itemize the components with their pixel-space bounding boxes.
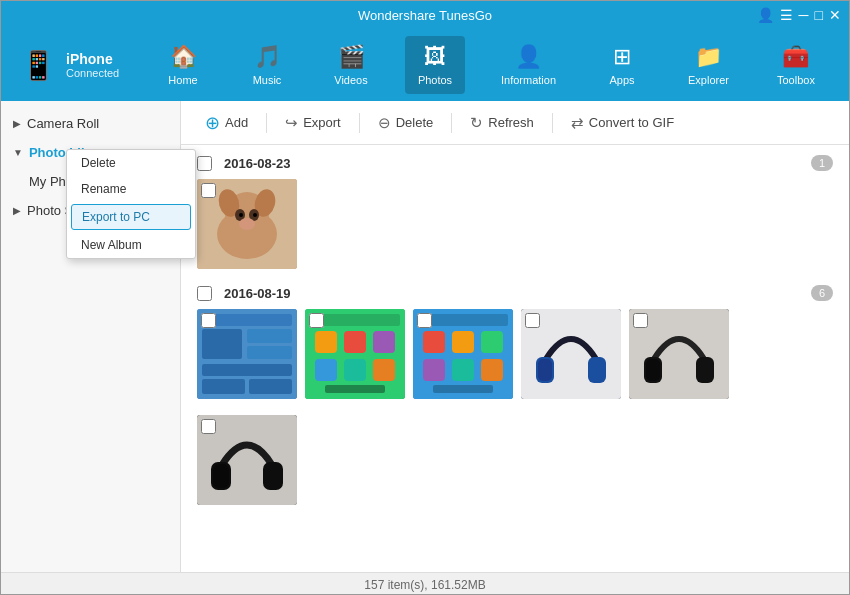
- convert-to-gif-button[interactable]: ⇄ Convert to GIF: [561, 109, 684, 137]
- music-icon: 🎵: [254, 44, 281, 70]
- photo-grid: 2016-08-23 1: [181, 145, 849, 572]
- refresh-button[interactable]: ↻ Refresh: [460, 109, 544, 137]
- group2-checkbox[interactable]: [197, 286, 212, 301]
- photo-checkbox-dog[interactable]: [201, 183, 216, 198]
- photo-checkbox-headphone3[interactable]: [201, 419, 216, 434]
- app-title: Wondershare TunesGo: [358, 8, 492, 23]
- svg-point-9: [253, 213, 257, 217]
- export-button[interactable]: ↪ Export: [275, 109, 351, 137]
- svg-rect-12: [202, 329, 242, 359]
- nav-label-explorer: Explorer: [688, 74, 729, 86]
- svg-rect-22: [373, 331, 395, 353]
- user-icon[interactable]: 👤: [757, 7, 774, 23]
- sidebar-label-camera-roll: Camera Roll: [27, 116, 99, 131]
- svg-rect-31: [481, 331, 503, 353]
- date-header-2: 2016-08-19 6: [197, 285, 833, 301]
- photo-thumb-screen1[interactable]: [197, 309, 297, 399]
- photo-row-2: [197, 309, 833, 399]
- svg-rect-17: [249, 379, 292, 394]
- svg-rect-15: [202, 364, 292, 376]
- svg-rect-33: [452, 359, 474, 381]
- photo-thumb-screen3[interactable]: [413, 309, 513, 399]
- nav-label-photos: Photos: [418, 74, 452, 86]
- photo-thumb-screen2[interactable]: [305, 309, 405, 399]
- divider4: [552, 113, 553, 133]
- photos-icon: 🖼: [424, 44, 446, 70]
- sidebar: ▶ Camera Roll ▼ Photo Library Delete Ren…: [1, 101, 181, 572]
- group1-checkbox[interactable]: [197, 156, 212, 171]
- apps-icon: ⊞: [613, 44, 631, 70]
- title-bar: Wondershare TunesGo 👤 ☰ ─ □ ✕: [1, 1, 849, 29]
- svg-rect-30: [452, 331, 474, 353]
- window-controls: 👤 ☰ ─ □ ✕: [757, 7, 841, 23]
- context-menu-rename[interactable]: Rename: [67, 176, 195, 202]
- divider1: [266, 113, 267, 133]
- svg-rect-14: [247, 346, 292, 359]
- add-label: Add: [225, 115, 248, 130]
- svg-rect-23: [315, 359, 337, 381]
- nav-label-videos: Videos: [334, 74, 367, 86]
- status-bar: 157 item(s), 161.52MB: [1, 572, 849, 595]
- add-button[interactable]: ⊕ Add: [195, 107, 258, 139]
- status-text: 157 item(s), 161.52MB: [364, 578, 485, 592]
- sidebar-item-camera-roll[interactable]: ▶ Camera Roll: [1, 109, 180, 138]
- delete-button[interactable]: ⊖ Delete: [368, 109, 444, 137]
- context-menu-export-to-pc[interactable]: Export to PC: [71, 204, 191, 230]
- minimize-icon[interactable]: ─: [799, 7, 809, 23]
- photo-checkbox-headphone1[interactable]: [525, 313, 540, 328]
- nav-item-apps[interactable]: ⊞ Apps: [592, 36, 652, 94]
- menu-icon[interactable]: ☰: [780, 7, 793, 23]
- date-label-1: 2016-08-23: [224, 156, 291, 171]
- maximize-icon[interactable]: □: [815, 7, 823, 23]
- photo-checkbox-screen1[interactable]: [201, 313, 216, 328]
- svg-rect-38: [588, 357, 606, 383]
- nav-label-music: Music: [253, 74, 282, 86]
- svg-rect-13: [247, 329, 292, 343]
- nav-item-toolbox[interactable]: 🧰 Toolbox: [765, 36, 827, 94]
- nav-item-music[interactable]: 🎵 Music: [237, 36, 297, 94]
- nav-item-explorer[interactable]: 📁 Explorer: [676, 36, 741, 94]
- close-icon[interactable]: ✕: [829, 7, 841, 23]
- nav-item-videos[interactable]: 🎬 Videos: [321, 36, 381, 94]
- context-menu-delete[interactable]: Delete: [67, 150, 195, 176]
- toolbar: ⊕ Add ↪ Export ⊖ Delete ↻ Refresh ⇄ Conv…: [181, 101, 849, 145]
- toolbox-icon: 🧰: [782, 44, 809, 70]
- svg-rect-25: [373, 359, 395, 381]
- photo-thumb-headphone1[interactable]: [521, 309, 621, 399]
- delete-label: Delete: [396, 115, 434, 130]
- photo-checkbox-screen2[interactable]: [309, 313, 324, 328]
- date-count-2: 6: [811, 285, 833, 301]
- nav-item-home[interactable]: 🏠 Home: [153, 36, 213, 94]
- context-menu-new-album[interactable]: New Album: [67, 232, 195, 258]
- svg-rect-16: [202, 379, 245, 394]
- svg-rect-26: [325, 385, 385, 393]
- date-group-3: [197, 415, 833, 505]
- date-label-2: 2016-08-19: [224, 286, 291, 301]
- arrow-icon: ▶: [13, 118, 21, 129]
- svg-rect-24: [344, 359, 366, 381]
- content-area: ⊕ Add ↪ Export ⊖ Delete ↻ Refresh ⇄ Conv…: [181, 101, 849, 572]
- nav-items: 🏠 Home 🎵 Music 🎬 Videos 🖼 Photos 👤 Infor…: [141, 36, 839, 94]
- videos-icon: 🎬: [338, 44, 365, 70]
- arrow-icon-library: ▼: [13, 147, 23, 158]
- nav-item-photos[interactable]: 🖼 Photos: [405, 36, 465, 94]
- nav-bar: 📱 iPhone Connected 🏠 Home 🎵 Music 🎬 Vide…: [1, 29, 849, 101]
- add-icon: ⊕: [205, 112, 220, 134]
- photo-checkbox-headphone2[interactable]: [633, 313, 648, 328]
- photo-row-3: [197, 415, 833, 505]
- photo-row-1: [197, 179, 833, 269]
- photo-checkbox-screen3[interactable]: [417, 313, 432, 328]
- nav-item-information[interactable]: 👤 Information: [489, 36, 568, 94]
- photo-thumb-headphone3[interactable]: [197, 415, 297, 505]
- photo-thumb-dog[interactable]: [197, 179, 297, 269]
- convert-label: Convert to GIF: [589, 115, 674, 130]
- photo-thumb-headphone2[interactable]: [629, 309, 729, 399]
- svg-rect-46: [263, 462, 283, 490]
- home-icon: 🏠: [170, 44, 197, 70]
- nav-label-toolbox: Toolbox: [777, 74, 815, 86]
- device-text: iPhone Connected: [66, 51, 119, 79]
- explorer-icon: 📁: [695, 44, 722, 70]
- device-status: Connected: [66, 67, 119, 79]
- svg-rect-39: [538, 359, 552, 381]
- date-header-1: 2016-08-23 1: [197, 155, 833, 171]
